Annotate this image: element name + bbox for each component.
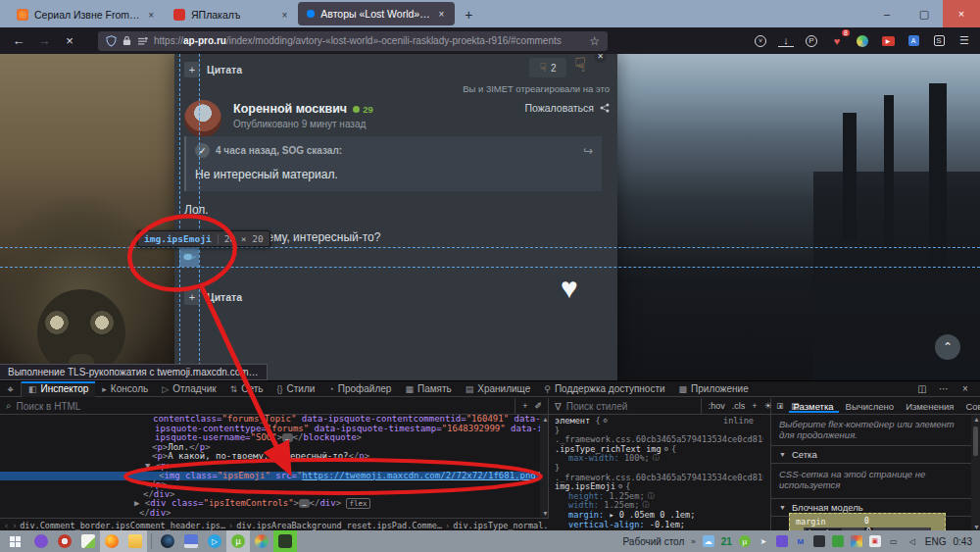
my-thumbsdown-reaction[interactable]: ☟ ✕ bbox=[574, 54, 604, 81]
permissions-icon[interactable] bbox=[137, 36, 148, 46]
goto-quote-icon[interactable]: ↪ bbox=[583, 144, 593, 158]
extension-p-icon[interactable]: P bbox=[804, 33, 819, 49]
stop-button[interactable]: × bbox=[59, 33, 80, 48]
rules-toggle-[interactable]: + bbox=[752, 401, 757, 411]
rules-toggle-cls[interactable]: .cls bbox=[732, 401, 746, 411]
devtools-tab-Профайлер[interactable]: ◔Профайлер bbox=[321, 381, 398, 397]
sidebar-tab-Изменения[interactable]: Изменения bbox=[901, 399, 958, 413]
devtools-tab-Консоль[interactable]: ▸Консоль bbox=[95, 381, 155, 397]
minimize-button[interactable]: – bbox=[868, 0, 906, 27]
tray-expand-chevron[interactable]: » bbox=[691, 537, 695, 546]
tray-cloud-icon[interactable]: ☁ bbox=[703, 535, 714, 547]
sidebar-scrollbar[interactable]: ▲▼ bbox=[971, 415, 980, 531]
sidebar-tab-Разметка[interactable]: Разметка bbox=[789, 399, 839, 413]
box-model-diagram[interactable]: margin 0 border 0 padding 0 bbox=[789, 513, 946, 531]
remove-reaction-icon[interactable]: ✕ bbox=[594, 54, 607, 63]
devtools-tab-Память[interactable]: ▦Память bbox=[398, 381, 458, 397]
sidebar-tab-Совмести[interactable]: Совмести bbox=[960, 399, 980, 413]
markup-line[interactable]: ipsquote-username="SOG">…</blockquote> bbox=[0, 433, 541, 443]
url-bar[interactable]: https://ap-pro.ru/index/modding/avtory-«… bbox=[98, 31, 608, 51]
pocket-icon[interactable]: ˅ bbox=[753, 33, 768, 49]
tray-purple-app-icon[interactable] bbox=[776, 535, 788, 547]
quoted-user-avatar[interactable]: ✓ bbox=[195, 143, 210, 158]
desktop-toolbar-label[interactable]: Рабочий стол bbox=[623, 536, 685, 547]
report-link[interactable]: Пожаловаться bbox=[524, 102, 594, 114]
lock-icon[interactable] bbox=[122, 35, 131, 46]
devtools-tab-Отладчик[interactable]: ▷Отладчик bbox=[155, 381, 222, 397]
tray-clock[interactable]: 0:43 bbox=[954, 536, 972, 547]
taskbar-app-utorrent[interactable]: µ bbox=[226, 530, 250, 552]
responsive-mode-icon[interactable]: ◫ bbox=[913, 383, 931, 394]
start-button[interactable] bbox=[0, 530, 29, 552]
devtools-tab-Хранилище[interactable]: ▤Хранилище bbox=[459, 381, 538, 397]
taskbar-app-notepad[interactable] bbox=[76, 530, 100, 552]
taskbar-app-steam[interactable] bbox=[156, 530, 179, 552]
browser-tab-2[interactable]: ЯПлакалъ × bbox=[165, 2, 298, 27]
tray-utorrent-icon[interactable]: µ bbox=[739, 535, 751, 547]
breadcrumb-item[interactable]: div.Comment_border.ipsComment_header.ips… bbox=[20, 521, 225, 530]
close-button[interactable]: × bbox=[943, 0, 980, 27]
markup-line-selected[interactable]: <img class="ipsEmoji" src="https://twemo… bbox=[0, 472, 541, 481]
html-search-input[interactable] bbox=[17, 401, 511, 412]
taskbar-app-telegram[interactable]: ▷ bbox=[203, 530, 226, 552]
devtools-tab-Стили[interactable]: {}Стили bbox=[270, 381, 322, 397]
extension-translate-icon[interactable]: A bbox=[906, 33, 921, 49]
downloads-icon[interactable]: ↓ bbox=[778, 34, 794, 47]
devtools-menu-icon[interactable]: ⋯ bbox=[935, 383, 953, 394]
tray-volume-icon[interactable]: ◁ bbox=[906, 535, 918, 547]
tab2-close-icon[interactable]: × bbox=[279, 10, 289, 21]
share-icon[interactable] bbox=[600, 103, 610, 113]
forward-button[interactable]: → bbox=[33, 33, 55, 48]
tray-alert-badge-icon[interactable]: ▣ bbox=[869, 535, 881, 547]
markup-line[interactable]: </p> bbox=[0, 480, 541, 490]
element-style-rule[interactable]: элемент {⚙inline bbox=[555, 417, 763, 427]
author-avatar[interactable] bbox=[184, 100, 221, 137]
tab3-close-icon[interactable]: × bbox=[436, 9, 446, 20]
tray-network-icon[interactable]: ▭ bbox=[888, 535, 900, 547]
shield-icon[interactable] bbox=[106, 35, 117, 47]
taskbar-app-media[interactable] bbox=[29, 530, 53, 552]
extension-heart-icon[interactable]: ♥8 bbox=[829, 33, 845, 49]
bookmark-star-icon[interactable]: ☆ bbox=[589, 34, 600, 48]
devtools-close-icon[interactable]: × bbox=[956, 383, 974, 394]
devtools-tab-Приложение[interactable]: ▩Приложение bbox=[672, 381, 756, 397]
extension-video-icon[interactable]: ▶ bbox=[880, 33, 896, 49]
taskbar-app-active-green[interactable] bbox=[273, 530, 297, 552]
taskbar-app-red[interactable] bbox=[53, 530, 76, 552]
markup-line[interactable]: <p>А какой, по-твоему, интересный-то?</p… bbox=[0, 452, 541, 462]
thumbsdown-reaction-count[interactable]: ☟ 2 bbox=[529, 58, 566, 77]
tray-color-app-icon[interactable] bbox=[851, 535, 862, 547]
breadcrumb[interactable]: ‹›div.Comment_border.ipsComment_header.i… bbox=[0, 518, 549, 531]
tab1-close-icon[interactable]: × bbox=[146, 10, 156, 21]
element-picker-icon[interactable]: ⌖ bbox=[0, 381, 22, 397]
quote-button-bottom[interactable]: + Цитата bbox=[184, 289, 242, 305]
grid-section-header[interactable]: ▼ Сетка bbox=[771, 445, 980, 464]
tray-dark-app-icon[interactable] bbox=[813, 535, 825, 547]
quote-button-top[interactable]: + Цитата bbox=[184, 62, 242, 77]
markup-line[interactable]: ▶ <div class="ipsItemControls">…</div> f… bbox=[0, 499, 541, 509]
css-property-max-width[interactable]: max-width: 100%;ⓘ bbox=[555, 454, 763, 464]
taskbar-app-firefox[interactable] bbox=[100, 530, 123, 552]
markup-line[interactable]: </div> bbox=[0, 509, 541, 518]
rules-toggle-hov[interactable]: :hov bbox=[709, 401, 725, 411]
new-tab-button[interactable]: + bbox=[455, 2, 482, 27]
markup-scrollbar[interactable]: ▲▼ bbox=[540, 415, 548, 518]
devtools-tab-Сеть[interactable]: ⇅Сеть bbox=[223, 381, 270, 397]
tray-temperature[interactable]: 21 bbox=[721, 536, 732, 547]
scroll-to-top-button[interactable]: ⌃ bbox=[935, 334, 960, 360]
breadcrumb-back-icon[interactable]: ‹ bbox=[4, 521, 9, 530]
highlighted-emoji[interactable] bbox=[179, 247, 199, 267]
style-filter-input[interactable] bbox=[566, 401, 696, 412]
eyedropper-icon[interactable]: ✐ bbox=[534, 401, 542, 411]
devtools-tab-Инспектор[interactable]: ◧Инспектор bbox=[22, 381, 95, 397]
extension-s-icon[interactable]: S bbox=[931, 33, 947, 49]
browser-tab-1[interactable]: Сериал Извне From смотреть × bbox=[8, 2, 165, 27]
tray-language[interactable]: ENG bbox=[925, 536, 947, 547]
taskbar-app-floppy[interactable] bbox=[179, 530, 203, 552]
back-button[interactable]: ← bbox=[8, 33, 29, 48]
menu-hamburger-icon[interactable]: ☰ bbox=[956, 33, 972, 49]
css-rules[interactable]: элемент {⚙inline}._framework.css.60cb346… bbox=[549, 415, 763, 531]
maximize-button[interactable]: ▢ bbox=[906, 0, 943, 27]
taskbar-app-explorer[interactable] bbox=[123, 530, 147, 552]
tray-cursor-icon[interactable]: ➤ bbox=[758, 535, 769, 547]
